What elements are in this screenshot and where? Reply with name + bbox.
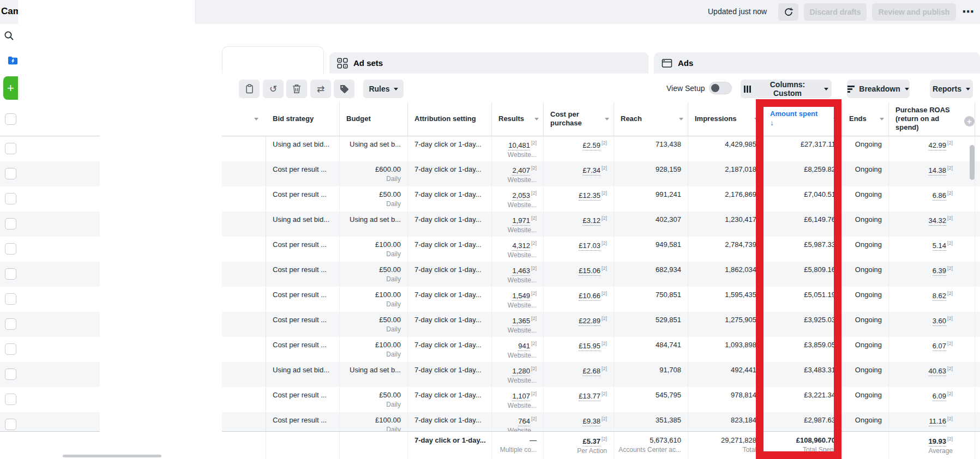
row-checkbox[interactable] — [5, 218, 16, 230]
header-ends[interactable]: Ends — [843, 102, 889, 136]
header-purchase-roas[interactable]: Purchase ROAS (return on ad spend) — [889, 102, 975, 136]
amount-spent-cell: £5,809.16 — [763, 262, 843, 287]
row-checkbox[interactable] — [5, 243, 16, 255]
attribution-cell: 7-day click or 1-day... — [408, 412, 492, 431]
chevron-down-icon — [824, 88, 828, 93]
results-cell: 1,971[2]Website... — [492, 212, 544, 237]
attribution-cell: 7-day click or 1-day... — [408, 186, 492, 212]
tab-ad-sets[interactable]: Ad sets — [329, 52, 648, 74]
reach-cell: 682,934 — [614, 262, 688, 287]
impressions-cell: 4,429,985 — [688, 136, 763, 161]
add-column-button[interactable]: + — [964, 116, 975, 126]
summary-impressions: 29,271,828Total — [688, 432, 763, 459]
impressions-cell: 492,441 — [688, 362, 763, 387]
results-cell: 941[2]Website... — [492, 337, 544, 362]
results-cell: 2,407[2]Website... — [492, 161, 544, 186]
summary-cost: £5.37[2]Per Action — [544, 432, 614, 459]
sort-caret-icon[interactable] — [679, 118, 683, 123]
sort-caret-icon[interactable] — [254, 118, 258, 123]
more-options-button[interactable]: ⋯ — [959, 3, 977, 21]
search-icon[interactable] — [4, 31, 14, 43]
summary-attribution: 7-day click or 1-day... — [408, 432, 492, 459]
toggle-knob — [711, 84, 719, 92]
impressions-cell: 2,784,739 — [688, 237, 763, 262]
breakdown-label: Breakdown — [859, 84, 900, 93]
budget-cell: £50.00Daily — [340, 312, 408, 337]
ends-cell: Ongoing — [843, 136, 889, 161]
reach-cell: 484,741 — [614, 337, 688, 362]
duplicate-button[interactable] — [239, 80, 260, 98]
ends-cell: Ongoing — [843, 312, 889, 337]
cost-per-purchase-cell: £15.95[2] — [544, 337, 614, 362]
ends-cell: Ongoing — [843, 237, 889, 262]
ab-test-button[interactable]: ⇄ — [310, 80, 331, 98]
header-attribution-setting[interactable]: Attribution setting — [408, 102, 492, 136]
vertical-scrollbar-thumb[interactable] — [970, 145, 975, 180]
horizontal-scrollbar-thumb[interactable] — [63, 455, 161, 457]
row-checkbox[interactable] — [5, 343, 16, 355]
rules-dropdown[interactable]: Rules — [363, 80, 404, 98]
bid-strategy-cell: Cost per result ... — [266, 161, 340, 186]
summary-roas: 19.93[2]Average — [889, 432, 975, 459]
header-results[interactable]: Results — [492, 102, 544, 136]
tab-campaigns[interactable] — [222, 46, 324, 74]
tag-button[interactable] — [334, 80, 354, 98]
row-checkbox[interactable] — [5, 143, 16, 154]
header-bid-strategy[interactable]: Bid strategy — [266, 102, 340, 136]
attribution-cell: 7-day click or 1-day... — [408, 136, 492, 161]
roas-cell: 5.14[2] — [889, 237, 975, 262]
row-checkbox[interactable] — [5, 268, 16, 280]
select-all-checkbox[interactable] — [5, 113, 16, 125]
header-cost-per-purchase[interactable]: Cost per purchase — [544, 102, 614, 136]
amount-spent-cell: £8,259.82 — [763, 161, 843, 186]
delete-button[interactable] — [286, 80, 307, 98]
row-checkbox[interactable] — [5, 394, 16, 405]
attribution-cell: 7-day click or 1-day... — [408, 312, 492, 337]
view-setup-toggle[interactable] — [709, 82, 732, 94]
breakdown-dropdown[interactable]: Breakdown — [847, 80, 910, 98]
undo-button[interactable]: ↺ — [263, 80, 284, 98]
sort-caret-icon[interactable] — [833, 118, 838, 123]
header-filler — [975, 102, 980, 136]
results-cell: 1,107[2]Website... — [492, 387, 544, 412]
results-cell: 764[2]Website... — [492, 412, 544, 431]
amount-spent-cell: £7,040.51 — [763, 186, 843, 212]
reports-dropdown[interactable]: Reports — [930, 80, 973, 98]
campaigns-folder-icon[interactable] — [7, 55, 19, 69]
cost-per-purchase-cell: £9.38[2] — [544, 412, 614, 431]
review-and-publish-button[interactable]: Review and publish — [872, 3, 956, 21]
row-checkbox[interactable] — [5, 293, 16, 305]
row-checkbox[interactable] — [5, 318, 16, 330]
row-checkbox[interactable] — [5, 369, 16, 380]
tab-ad-sets-label: Ad sets — [353, 58, 383, 68]
sort-caret-icon[interactable] — [880, 118, 884, 123]
results-cell: 2,053[2]Website... — [492, 186, 544, 212]
create-button[interactable]: + — [3, 76, 18, 100]
row-checkbox[interactable] — [5, 193, 16, 204]
budget-cell: £100.00Daily — [340, 412, 408, 431]
attribution-cell: 7-day click or 1-day... — [408, 337, 492, 362]
roas-cell: 6.86[2] — [889, 186, 975, 212]
sort-caret-icon[interactable] — [605, 118, 609, 123]
header-impressions[interactable]: Impressions — [688, 102, 763, 136]
header-reach[interactable]: Reach — [614, 102, 688, 136]
bid-strategy-cell: Cost per result ... — [266, 337, 340, 362]
results-cell: 1,365[2]Website... — [492, 312, 544, 337]
sort-caret-icon[interactable] — [534, 118, 539, 123]
header-amount-spent[interactable]: Amount spent↓ — [763, 102, 843, 136]
sort-caret-icon[interactable] — [754, 118, 759, 123]
row-checkbox[interactable] — [5, 168, 16, 179]
tab-ads[interactable]: Ads — [654, 52, 980, 74]
columns-dropdown[interactable]: Columns: Custom — [741, 80, 832, 98]
header-budget[interactable]: Budget — [340, 102, 408, 136]
plus-icon: + — [967, 117, 972, 126]
row-checkbox[interactable] — [5, 419, 16, 430]
cost-per-purchase-cell: £10.66[2] — [544, 287, 614, 312]
impressions-cell: 2,187,018 — [688, 161, 763, 186]
discard-drafts-button[interactable]: Discard drafts — [804, 3, 867, 21]
summary-ends — [843, 432, 889, 459]
refresh-button[interactable] — [778, 3, 798, 21]
ends-cell: Ongoing — [843, 337, 889, 362]
chevron-down-icon — [394, 88, 398, 93]
bid-strategy-cell: Cost per result ... — [266, 186, 340, 212]
